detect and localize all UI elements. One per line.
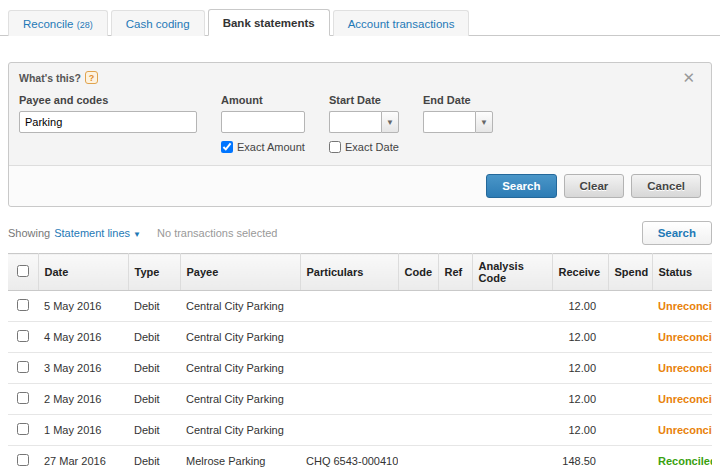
table-header-row: Date Type Payee Particulars Code Ref Ana… <box>8 254 712 291</box>
clear-button[interactable]: Clear <box>564 174 625 198</box>
status-badge: Unreconciled <box>652 322 712 353</box>
end-date-field-group: End Date ▼ <box>423 94 493 153</box>
status-badge: Unreconciled <box>652 291 712 322</box>
start-date-input[interactable] <box>329 111 381 133</box>
status-badge: Unreconciled <box>652 353 712 384</box>
header-payee: Payee <box>180 254 300 291</box>
table-row: 2 May 2016 Debit Central City Parking 12… <box>8 384 712 415</box>
header-ref: Ref <box>438 254 472 291</box>
header-particulars: Particulars <box>300 254 398 291</box>
start-date-dropdown-button[interactable]: ▼ <box>381 111 399 133</box>
payee-field-group: Payee and codes <box>19 94 197 153</box>
amount-label: Amount <box>221 94 305 106</box>
header-code: Code <box>398 254 438 291</box>
tab-label: Account transactions <box>348 18 455 30</box>
search-button[interactable]: Search <box>486 174 556 198</box>
statement-lines-table: Date Type Payee Particulars Code Ref Ana… <box>8 253 712 472</box>
results-toolbar: Showing Statement lines ▼ No transaction… <box>8 221 712 245</box>
statement-lines-dropdown[interactable]: Statement lines ▼ <box>54 227 141 239</box>
chevron-down-icon: ▼ <box>480 118 488 127</box>
showing-label: Showing <box>8 227 50 239</box>
whats-this-label: What's this? <box>19 72 81 84</box>
close-icon[interactable]: ✕ <box>676 69 701 86</box>
tab-bank-statements[interactable]: Bank statements <box>208 9 330 36</box>
table-row: 4 May 2016 Debit Central City Parking 12… <box>8 322 712 353</box>
row-checkbox[interactable] <box>17 330 29 342</box>
table-row: 3 May 2016 Debit Central City Parking 12… <box>8 353 712 384</box>
search-panel: ✕ What's this? ? Payee and codes Amount … <box>8 62 712 207</box>
tab-label: Bank statements <box>223 17 315 29</box>
cancel-button[interactable]: Cancel <box>631 174 701 198</box>
tab-reconcile[interactable]: Reconcile (28) <box>8 10 108 36</box>
row-checkbox[interactable] <box>17 423 29 435</box>
statement-lines-label: Statement lines <box>54 227 130 239</box>
table-row: 1 May 2016 Debit Central City Parking 12… <box>8 415 712 446</box>
table-search-button[interactable]: Search <box>642 221 712 245</box>
chevron-down-icon: ▼ <box>386 118 394 127</box>
exact-amount-label: Exact Amount <box>237 141 305 153</box>
header-status: Status <box>652 254 712 291</box>
chevron-down-icon: ▼ <box>133 230 141 239</box>
exact-date-label: Exact Date <box>345 141 399 153</box>
start-date-label: Start Date <box>329 94 399 106</box>
row-checkbox[interactable] <box>17 361 29 373</box>
select-all-checkbox[interactable] <box>17 265 29 277</box>
status-badge: Unreconciled <box>652 415 712 446</box>
row-checkbox[interactable] <box>17 454 29 466</box>
header-date: Date <box>38 254 128 291</box>
row-checkbox[interactable] <box>17 299 29 311</box>
no-transactions-selected-label: No transactions selected <box>157 227 277 239</box>
header-spend: Spend <box>608 254 652 291</box>
tab-account-transactions[interactable]: Account transactions <box>333 10 470 36</box>
tab-label: Reconcile <box>23 18 74 30</box>
tab-bar: Reconcile (28) Cash coding Bank statemen… <box>0 0 720 36</box>
status-badge: Reconciled <box>652 446 712 472</box>
exact-amount-checkbox[interactable] <box>221 141 233 153</box>
tab-label: Cash coding <box>126 18 190 30</box>
table-row: 5 May 2016 Debit Central City Parking 12… <box>8 291 712 322</box>
start-date-field-group: Start Date ▼ Exact Date <box>329 94 399 153</box>
row-checkbox[interactable] <box>17 392 29 404</box>
exact-date-checkbox[interactable] <box>329 141 341 153</box>
tab-cash-coding[interactable]: Cash coding <box>111 10 205 36</box>
payee-input[interactable] <box>19 111 197 133</box>
amount-field-group: Amount Exact Amount <box>221 94 305 153</box>
header-analysis-code: Analysis Code <box>472 254 552 291</box>
whats-this-link[interactable]: What's this? ? <box>19 71 98 84</box>
help-icon: ? <box>85 71 98 84</box>
amount-input[interactable] <box>221 111 305 133</box>
header-receive: Receive <box>552 254 608 291</box>
payee-label: Payee and codes <box>19 94 197 106</box>
header-type: Type <box>128 254 180 291</box>
end-date-dropdown-button[interactable]: ▼ <box>475 111 493 133</box>
tab-count: (28) <box>77 20 93 30</box>
end-date-input[interactable] <box>423 111 475 133</box>
end-date-label: End Date <box>423 94 493 106</box>
status-badge: Unreconciled <box>652 384 712 415</box>
table-row: 27 Mar 2016 Debit Melrose Parking CHQ 65… <box>8 446 712 472</box>
